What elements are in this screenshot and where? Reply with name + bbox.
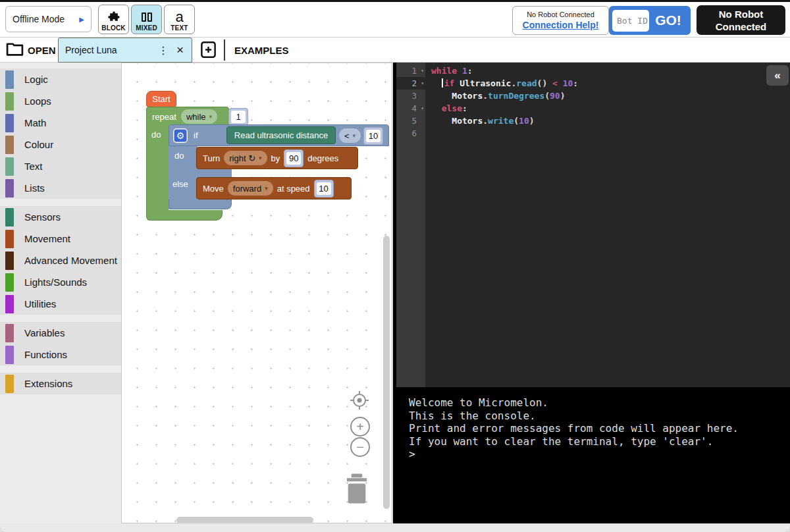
category-lists[interactable]: Lists [0,177,121,199]
console-terminal[interactable]: Welcome to Micromelon.This is the consol… [393,387,790,523]
category-color-bar [5,230,14,248]
line-number[interactable]: 3 [396,90,425,102]
connection-mode-label: Offline Mode [13,14,79,24]
turn-degrees-field[interactable]: 90 [284,149,303,167]
category-colour[interactable]: Colour [0,134,121,155]
category-label: Extensions [24,378,72,389]
category-label: Lists [24,182,45,194]
category-label: Sensors [24,211,61,223]
start-block[interactable]: Start [146,91,176,107]
category-label: Functions [24,349,67,360]
if-compare-field[interactable]: 10 [363,127,383,145]
category-math[interactable]: Math [0,112,121,134]
editor-line[interactable]: 4▾ else: [396,102,790,115]
if-block[interactable]: ⚙ if Read ultrasonic distance < ▾ 10 [169,124,389,146]
recenter-button[interactable] [348,389,371,414]
category-color-bar [5,208,14,226]
category-sensors[interactable]: Sensors [0,206,121,228]
go-button[interactable]: GO! [649,13,687,28]
zoom-in-button[interactable]: + [350,417,370,437]
fold-arrow-icon[interactable]: ▾ [421,65,424,77]
trash-icon[interactable] [344,473,370,507]
move-direction-value: forward [233,184,261,194]
console-line: This is the console. [409,410,790,423]
tab-title: Project Luna [65,45,154,55]
code-editor[interactable]: 1▾while 1:2▾ if Ultrasonic.read() < 10:3… [396,63,790,387]
move-speed-field[interactable]: 10 [314,180,334,198]
line-number[interactable]: 2▾ [396,77,425,90]
examples-button[interactable]: EXAMPLES [234,45,289,56]
repeat-label: repeat [152,112,176,122]
chevron-down-icon: ▾ [259,155,262,161]
gear-icon[interactable]: ⚙ [173,128,188,143]
repeat-do-label: do [151,130,161,140]
category-lights-sounds[interactable]: Lights/Sounds [0,271,121,293]
mixed-mode-button[interactable]: MIXED [131,5,162,34]
category-color-bar [5,273,14,292]
line-number[interactable]: 1▾ [396,65,425,77]
start-block-label: Start [152,94,170,104]
category-label: Advanced Movement [24,255,117,266]
editor-line[interactable]: 1▾while 1: [396,65,790,77]
tab-menu-icon[interactable]: ⋮ [154,44,172,57]
category-label: Utilities [24,298,56,309]
folder-icon [6,41,24,59]
tab-project-luna[interactable]: Project Luna ⋮ × [58,38,192,63]
text-mode-button[interactable]: a TEXT [164,5,195,34]
category-advanced-movement[interactable]: Advanced Movement [0,250,121,271]
category-functions[interactable]: Functions [0,344,121,365]
zoom-out-button[interactable]: − [350,437,370,457]
category-label: Lights/Sounds [24,277,87,288]
editor-line[interactable]: 6 [396,127,790,140]
category-label: Text [24,161,43,172]
category-color-bar [5,324,14,342]
turn-degrees-block[interactable]: Turn right ↻ ▾ by 90 degrees [196,147,358,169]
connection-help-link[interactable]: Connection Help! [523,20,599,30]
category-extensions[interactable]: Extensions [0,373,121,394]
block-mode-button[interactable]: BLOCK [98,5,129,34]
bot-id-input[interactable] [612,10,649,32]
category-text[interactable]: Text [0,155,121,177]
chevron-down-icon: ▾ [353,132,356,139]
code-text: else: [425,102,467,115]
tab-close-icon[interactable]: × [172,43,185,57]
category-label: Math [24,117,46,128]
console-prompt: > [409,448,790,461]
view-mode-group: BLOCK MIXED a TEXT [98,5,195,34]
repeat-condition-field[interactable]: 1 [228,108,248,126]
repeat-while-block[interactable]: repeat while ▾ [146,107,229,126]
repeat-block-foot[interactable] [146,210,223,221]
canvas-vertical-scrollbar[interactable] [383,236,390,509]
while-dropdown[interactable]: while ▾ [181,109,217,124]
category-variables[interactable]: Variables [0,322,121,344]
editor-line[interactable]: 5 Motors.write(10) [396,115,790,127]
category-logic[interactable]: Logic [0,68,121,90]
new-tab-button[interactable] [199,41,217,61]
console-line: Welcome to Micromelon. [409,396,790,410]
category-movement[interactable]: Movement [0,228,121,250]
line-number[interactable]: 6 [396,127,425,140]
code-text [425,127,431,140]
fold-arrow-icon[interactable]: ▾ [421,77,424,90]
code-panel: 1▾while 1:2▾ if Ultrasonic.read() < 10:3… [393,63,790,523]
category-group-gap [0,365,121,373]
category-utilities[interactable]: Utilities [0,293,121,315]
move-direction-dropdown[interactable]: forward ▾ [228,181,273,196]
turn-direction-dropdown[interactable]: right ↻ ▾ [224,151,267,165]
ultrasonic-sensor-block[interactable]: Read ultrasonic distance [226,126,336,144]
category-color-bar [5,114,14,132]
editor-line[interactable]: 2▾ if Ultrasonic.read() < 10: [396,77,790,90]
if-block-foot[interactable] [169,200,232,209]
collapse-editor-button[interactable]: « [766,65,789,86]
line-number[interactable]: 4▾ [396,102,425,115]
connection-mode-select[interactable]: Offline Mode ▶ [5,6,92,32]
open-button[interactable]: OPEN [6,41,56,59]
block-canvas[interactable]: Start repeat while ▾ 1 do ⚙ if Read ultr… [121,63,392,523]
line-number[interactable]: 5 [396,115,425,127]
fold-arrow-icon[interactable]: ▾ [421,102,424,115]
canvas-horizontal-scrollbar[interactable] [176,517,313,523]
comparison-dropdown[interactable]: < ▾ [339,128,361,143]
editor-line[interactable]: 3 Motors.turnDegrees(90) [396,90,790,102]
move-speed-block[interactable]: Move forward ▾ at speed 10 [196,177,352,200]
category-loops[interactable]: Loops [0,90,121,112]
